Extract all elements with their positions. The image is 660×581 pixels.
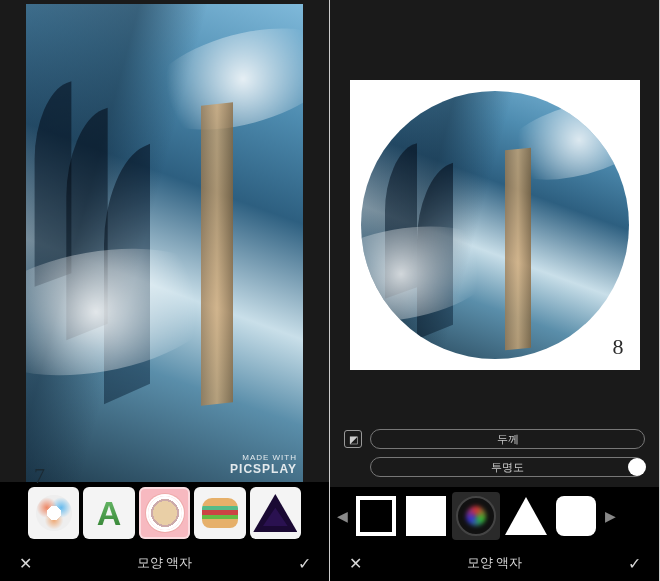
bottom-title: 모양 액자: [137, 554, 193, 572]
frame-thumb-letter[interactable]: A: [83, 487, 134, 539]
slider-panel: ◩ 두께 투명도: [330, 423, 659, 487]
opacity-slider-row: 투명도: [344, 457, 645, 477]
frame-thumb-penrose[interactable]: [250, 487, 301, 539]
edited-photo: MADE WITH PICSPLAY: [26, 4, 303, 482]
thickness-icon: ◩: [344, 430, 362, 448]
confirm-button[interactable]: ✓: [293, 554, 315, 573]
opacity-slider-knob[interactable]: [628, 458, 646, 476]
opacity-label: 투명도: [491, 460, 524, 475]
preview-area[interactable]: MADE WITH PICSPLAY: [0, 0, 329, 482]
circle-masked-photo: [361, 91, 629, 359]
thickness-slider-row: ◩ 두께: [344, 429, 645, 449]
screen-left: MADE WITH PICSPLAY 7 A ✕ 모양 액자 ✓: [0, 0, 330, 581]
shape-square-outline[interactable]: [352, 492, 400, 540]
square-solid-icon: [406, 496, 446, 536]
frame-thumb-burger[interactable]: [194, 487, 245, 539]
watermark-brand: PICSPLAY: [230, 463, 297, 476]
shape-square-solid[interactable]: [402, 492, 450, 540]
penrose-icon: [253, 494, 297, 532]
square-outline-icon: [356, 496, 396, 536]
shape-square-rounded[interactable]: [552, 492, 600, 540]
shape-picker: ◀ ▶: [330, 487, 659, 545]
frame-thumb-donut[interactable]: [28, 487, 79, 539]
bottom-bar: ✕ 모양 액자 ✓: [0, 545, 329, 581]
frame-canvas: 8: [350, 80, 640, 370]
circle-rgb-icon: [456, 496, 496, 536]
shape-frame-thumbnails: A: [0, 482, 329, 545]
shape-scroll-right[interactable]: ▶: [602, 508, 618, 524]
preview-area[interactable]: 8: [330, 0, 659, 423]
letter-a-icon: A: [97, 494, 122, 533]
thickness-label: 두께: [497, 432, 519, 447]
shape-scroll-left[interactable]: ◀: [334, 508, 350, 524]
cancel-button[interactable]: ✕: [14, 554, 36, 573]
bottom-title: 모양 액자: [467, 554, 523, 572]
confirm-button[interactable]: ✓: [623, 554, 645, 573]
shape-triangle[interactable]: [502, 492, 550, 540]
square-rounded-icon: [556, 496, 596, 536]
picsplay-watermark: MADE WITH PICSPLAY: [230, 454, 297, 476]
thickness-slider[interactable]: 두께: [370, 429, 645, 449]
bottom-bar: ✕ 모양 액자 ✓: [330, 545, 659, 581]
frame-thumb-latte[interactable]: [139, 487, 190, 539]
donut-icon: [36, 495, 72, 531]
latte-icon: [148, 496, 182, 530]
step-number-7: 7: [34, 463, 45, 489]
opacity-slider[interactable]: 투명도: [370, 457, 645, 477]
screen-right: 8 ◩ 두께 투명도 ◀: [330, 0, 660, 581]
burger-icon: [202, 498, 238, 528]
cancel-button[interactable]: ✕: [344, 554, 366, 573]
step-number-8: 8: [613, 334, 624, 360]
triangle-icon: [505, 497, 547, 535]
shape-circle[interactable]: [452, 492, 500, 540]
